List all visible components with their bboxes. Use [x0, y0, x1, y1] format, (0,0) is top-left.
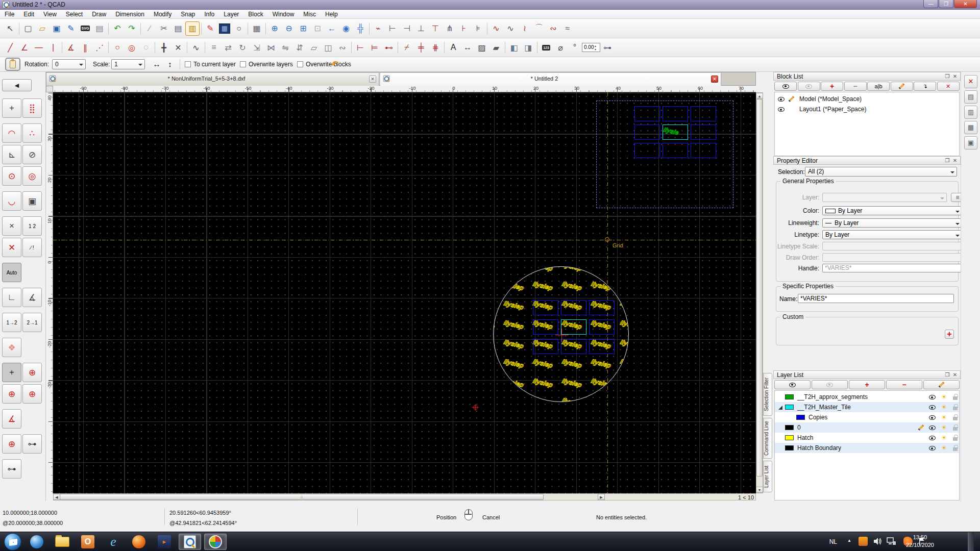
spline-from-polyline-button[interactable]: ≈ — [560, 21, 575, 36]
polyline-draw-button[interactable]: ⌁ — [371, 21, 385, 36]
java-update-icon[interactable] — [859, 537, 868, 546]
line-horizontal-button[interactable]: — — [32, 40, 46, 55]
layer-row[interactable]: Copies☀ — [775, 412, 959, 422]
layer-row[interactable]: Hatch Boundary☀ — [775, 443, 959, 453]
relative-zero-horizontal-button[interactable]: ⊕ — [2, 384, 21, 404]
export-svg-button[interactable]: SVG — [78, 21, 92, 36]
handle-field[interactable]: *VARIES* — [822, 264, 962, 272]
dock-clipboard-button[interactable]: ▥ — [964, 106, 977, 119]
spline-fit-points-button[interactable]: ≀ — [518, 21, 532, 36]
show-desktop-button[interactable] — [968, 532, 974, 551]
order-raise-button[interactable]: ◧ — [507, 40, 521, 55]
circle-2-points-button[interactable]: ◎ — [125, 40, 139, 55]
media-player-taskbar-button[interactable]: ▸ — [153, 534, 176, 550]
hatch-button[interactable]: ▨ — [475, 40, 489, 55]
open-file-button[interactable]: ▱ — [35, 21, 50, 36]
paint-brush-button[interactable]: ▰ — [489, 40, 503, 55]
qcad-pro-taskbar-button[interactable] — [204, 534, 227, 550]
internet-explorer-taskbar-button[interactable]: e — [102, 534, 125, 550]
spline-edit-button[interactable]: ⌒ — [532, 21, 546, 36]
menu-view[interactable]: View — [39, 10, 61, 19]
angle-gauge-button[interactable]: ∡ — [2, 409, 21, 429]
line-2-points-button[interactable]: ╱ — [3, 40, 17, 55]
cut-button[interactable]: ✂ — [157, 21, 171, 36]
add-custom-property-button[interactable]: + — [945, 330, 954, 339]
angle-format-button[interactable]: ° — [568, 40, 582, 55]
snap-on-entity-button[interactable]: ∴ — [22, 123, 42, 143]
line-vertical-button[interactable]: | — [46, 40, 60, 55]
close-panel-icon[interactable]: ✕ — [951, 157, 959, 164]
crosshair-button[interactable]: + — [2, 363, 21, 382]
flip-horizontal-button[interactable]: ↔ — [151, 59, 162, 70]
snap-grid-button[interactable]: ⣿ — [22, 98, 42, 118]
new-document-button[interactable]: ▢ — [21, 21, 35, 36]
scale-button[interactable]: ⇲ — [250, 40, 264, 55]
scroll-down-icon[interactable]: ▼ — [756, 487, 763, 493]
spline-draw-button[interactable]: ∿ — [489, 21, 503, 36]
tray-expand-icon[interactable]: ▲ — [847, 538, 851, 543]
order-lower-button[interactable]: ◨ — [521, 40, 535, 55]
polyline-append-node-button[interactable]: ⊢ — [385, 21, 400, 36]
circle-3-points-button[interactable]: ◌ — [139, 40, 153, 55]
zoom-auto-button[interactable]: ⊞ — [296, 21, 310, 36]
color-combo[interactable]: By Layer — [822, 206, 962, 215]
auto-trim-button[interactable]: ╪ — [414, 40, 428, 55]
close-tab-icon[interactable]: ✕ — [369, 76, 376, 83]
lengthen-button[interactable]: ⊷ — [382, 40, 396, 55]
menu-draw[interactable]: Draw — [87, 10, 111, 19]
network-icon[interactable] — [886, 537, 896, 546]
line-parallel-through-point-button[interactable]: ⋰ — [92, 40, 107, 55]
add-block-button[interactable]: + — [821, 82, 843, 91]
qcad-taskbar-button[interactable] — [179, 534, 201, 550]
horizontal-scroll-thumb[interactable] — [60, 494, 544, 500]
linetype-scale-field[interactable] — [822, 242, 962, 251]
menu-file[interactable]: File — [0, 10, 19, 19]
snap-free-button[interactable]: + — [2, 98, 21, 118]
copy-button[interactable]: ▤ — [171, 21, 185, 36]
dock-tab-selection-filter[interactable]: Selection Filter — [763, 373, 772, 416]
circle-center-point-button[interactable]: ○ — [110, 40, 125, 55]
snap-middle-button[interactable]: ◡ — [2, 191, 21, 211]
restrict-off-button[interactable]: ∕ ! — [22, 238, 42, 257]
drawing-preferences-button[interactable]: ▦ — [217, 21, 232, 36]
divide-button[interactable]: ⋕ — [428, 40, 443, 55]
trim-button[interactable]: ⊢ — [353, 40, 368, 55]
linetype-combo[interactable]: By Layer — [822, 230, 962, 239]
close-button[interactable]: ✕ — [954, 0, 977, 8]
measure-distance-button[interactable]: ⌀ — [553, 40, 568, 55]
lineweight-combo[interactable]: —By Layer — [822, 218, 962, 228]
cross-lines-button[interactable]: ╋ — [157, 40, 171, 55]
drawing-canvas[interactable]: Ilysle Grid IlyslepIlyslepIlyslepIlyslep… — [53, 92, 756, 493]
grid-toggle-button[interactable]: ▦ — [250, 21, 264, 36]
line-bisector-button[interactable]: ∡ — [64, 40, 78, 55]
polyline-delete-between-button[interactable]: ⊥ — [414, 21, 428, 36]
scale-combo[interactable]: 1 — [111, 59, 145, 69]
float-panel-icon[interactable]: ❐ — [944, 73, 951, 80]
spline-control-points-button[interactable]: ∿ — [503, 21, 518, 36]
polyline-normalize-button[interactable]: ⋔ — [443, 21, 457, 36]
save-button[interactable]: ▣ — [50, 21, 64, 36]
start-button[interactable] — [4, 533, 21, 550]
save-as-button[interactable]: ✎ — [64, 21, 78, 36]
dock-library-browser-button[interactable]: ▤ — [964, 90, 977, 104]
scroll-left-icon[interactable]: ◀ — [53, 494, 60, 500]
zoom-out-button[interactable]: ⊖ — [282, 21, 296, 36]
edit-block-button[interactable] — [891, 82, 913, 91]
document-tab-1[interactable]: * NonUniformTrial_5+5-3+8.dxf✕ — [46, 73, 379, 86]
float-panel-icon[interactable]: ❐ — [944, 157, 951, 164]
maximize-button[interactable]: ❐ — [939, 0, 953, 8]
rotation-combo[interactable]: 0 — [52, 59, 86, 69]
hatch-boundary-circle[interactable]: IlyslepIlyslepIlyslepIlyslepIlyslepIlysl… — [493, 266, 629, 402]
show-all-blocks-button[interactable] — [774, 82, 797, 91]
project-button[interactable]: ▱ — [307, 40, 321, 55]
minimize-button[interactable]: — — [923, 0, 938, 8]
document-tab-2[interactable]: * Untitled 2✕ — [380, 73, 721, 86]
break-out-segment-button[interactable]: ⌿ — [400, 40, 414, 55]
clock[interactable]: 13:50 22/10/2020 — [906, 534, 934, 549]
dock-block-list-button[interactable]: ▣ — [964, 136, 977, 149]
layer-list-title-bar[interactable]: Layer List ❐ ✕ — [773, 370, 961, 379]
property-editor-title-bar[interactable]: Property Editor ❐ ✕ — [773, 156, 961, 165]
add-layer-button[interactable]: + — [849, 380, 885, 389]
snap-auto-button[interactable]: Auto — [2, 263, 21, 282]
name-field[interactable]: *VARIES* — [798, 294, 954, 303]
